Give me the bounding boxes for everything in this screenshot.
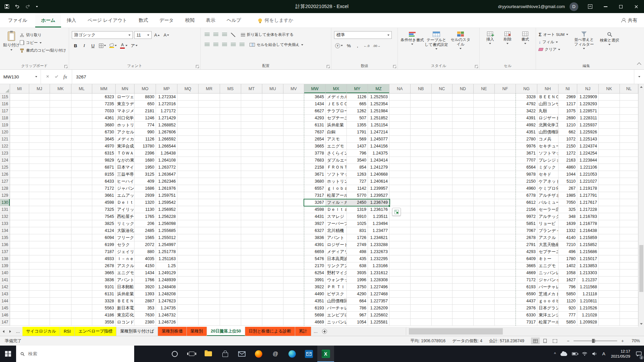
cell-MJ136[interactable]: [29, 241, 50, 248]
cell-MZ122[interactable]: 1.244156: [368, 143, 389, 150]
cell-MM122[interactable]: 4970: [92, 143, 116, 150]
cell-MV144[interactable]: [283, 298, 304, 305]
cell-MP143[interactable]: 1.248208: [156, 291, 177, 298]
cell-MO145[interactable]: 353: [135, 305, 156, 312]
cell-MN145[interactable]: 新日本電工: [116, 305, 135, 312]
cell-MJ115[interactable]: [29, 94, 50, 101]
cell-NC145[interactable]: [432, 305, 452, 312]
cell-MN123[interactable]: ＴＯＷＡ: [116, 150, 135, 157]
cell-NB115[interactable]: [411, 94, 432, 101]
cell-MI136[interactable]: [10, 241, 29, 248]
cell-NF132[interactable]: [495, 213, 516, 220]
cell-MY145[interactable]: 786: [347, 305, 368, 312]
sheet-nav-right[interactable]: [7, 327, 13, 336]
align-center-button[interactable]: [212, 41, 219, 48]
cell-MR125[interactable]: [199, 164, 220, 171]
col-header-NH[interactable]: NH: [537, 84, 558, 94]
cell-MU126[interactable]: [262, 171, 283, 178]
row-header-115[interactable]: 115: [0, 94, 10, 101]
vertical-scrollbar[interactable]: [638, 84, 644, 327]
cell-MZ116[interactable]: 1.252354: [368, 101, 389, 108]
cell-MS139[interactable]: [220, 262, 241, 269]
cell-NE124[interactable]: [474, 157, 495, 164]
cell-MM140[interactable]: 3665: [92, 269, 116, 277]
cell-MU132[interactable]: [262, 213, 283, 220]
cell-MR139[interactable]: [199, 262, 220, 269]
save-button[interactable]: [5, 4, 9, 9]
cell-MS130[interactable]: [220, 199, 241, 206]
col-header-ML[interactable]: ML: [71, 84, 92, 94]
cell-MI131[interactable]: [10, 206, 29, 213]
tray-notifications[interactable]: 2: [634, 346, 644, 362]
cell-MX122[interactable]: エニグモ: [326, 143, 347, 150]
cell-NC141[interactable]: [432, 277, 452, 284]
cell-NB140[interactable]: [411, 269, 432, 277]
align-right-button[interactable]: [221, 41, 228, 48]
cell-MU139[interactable]: [262, 262, 283, 269]
cell-MT125[interactable]: [241, 164, 262, 171]
cell-MJ123[interactable]: [29, 150, 50, 157]
cell-MR117[interactable]: [199, 108, 220, 115]
cell-NH130[interactable]: バルミュー: [537, 199, 558, 206]
cell-MZ115[interactable]: 1.252503: [368, 94, 389, 101]
cell-MR144[interactable]: [199, 298, 220, 305]
cell-NF128[interactable]: [495, 185, 516, 192]
cell-MJ143[interactable]: [29, 291, 50, 298]
cell-NJ146[interactable]: 1.21028: [577, 312, 599, 319]
cell-NK134[interactable]: [599, 227, 620, 234]
cell-NB121[interactable]: [411, 136, 432, 143]
cell-MT121[interactable]: [241, 136, 262, 143]
row-header-117[interactable]: 117: [0, 108, 10, 115]
cell-NK118[interactable]: [599, 115, 620, 122]
cell-MM136[interactable]: 6199: [92, 241, 116, 248]
cell-MM145[interactable]: 5563: [92, 305, 116, 312]
cell-MP146[interactable]: 1.246732: [156, 312, 177, 319]
cell-NC126[interactable]: [432, 171, 452, 178]
cell-NB118[interactable]: [411, 115, 432, 122]
cell-MX146[interactable]: エンビプロ: [326, 312, 347, 319]
cell-MM139[interactable]: 2678: [92, 262, 116, 269]
cell-NE147[interactable]: [474, 319, 495, 326]
cell-MQ122[interactable]: [177, 143, 199, 150]
cell-MJ147[interactable]: [29, 319, 50, 326]
page-layout-view-button[interactable]: [541, 338, 549, 344]
cell-NJ117[interactable]: 1.228571: [577, 108, 599, 115]
cell-MQ129[interactable]: [177, 192, 199, 199]
cell-MX120[interactable]: 白銅: [326, 129, 347, 136]
cell-MT145[interactable]: [241, 305, 262, 312]
cell-MX135[interactable]: アバント: [326, 234, 347, 241]
cell-NC140[interactable]: [432, 269, 452, 277]
cell-MM147[interactable]: 3558: [92, 319, 116, 326]
cell-NI141[interactable]: 1627: [558, 277, 577, 284]
cell-MU138[interactable]: [262, 255, 283, 262]
new-sheet-button[interactable]: [320, 327, 329, 336]
col-header-MI[interactable]: MI: [10, 84, 29, 94]
cell-NI146[interactable]: 777: [558, 312, 577, 319]
cell-MO144[interactable]: 2887: [135, 298, 156, 305]
cell-NC125[interactable]: [432, 164, 452, 171]
cell-ND143[interactable]: [452, 291, 474, 298]
col-header-ND[interactable]: ND: [452, 84, 474, 94]
cell-NK115[interactable]: [599, 94, 620, 101]
cell-NC133[interactable]: [432, 220, 452, 227]
cell-NL140[interactable]: [620, 269, 638, 277]
cell-MP145[interactable]: 1.24735: [156, 305, 177, 312]
cell-MX142[interactable]: ＰＲ ＴＩ: [326, 284, 347, 291]
cell-MM125[interactable]: 6871: [92, 164, 116, 171]
cell-MV127[interactable]: [283, 178, 304, 185]
orientation-button[interactable]: [229, 31, 237, 38]
cell-MS119[interactable]: [220, 122, 241, 129]
cell-MR121[interactable]: [199, 136, 220, 143]
cell-ML118[interactable]: [71, 115, 92, 122]
cell-MT120[interactable]: [241, 129, 262, 136]
cell-ML131[interactable]: [71, 206, 92, 213]
cell-MV131[interactable]: [283, 206, 304, 213]
row-header-146[interactable]: 146: [0, 312, 10, 319]
cell-MX143[interactable]: ビザスク: [326, 291, 347, 298]
cell-NK141[interactable]: [599, 277, 620, 284]
cell-MP119[interactable]: 1.268852: [156, 122, 177, 129]
cell-MK147[interactable]: [50, 319, 71, 326]
cell-MV117[interactable]: [283, 108, 304, 115]
cell-MJ121[interactable]: [29, 136, 50, 143]
cell-NF139[interactable]: [495, 262, 516, 269]
